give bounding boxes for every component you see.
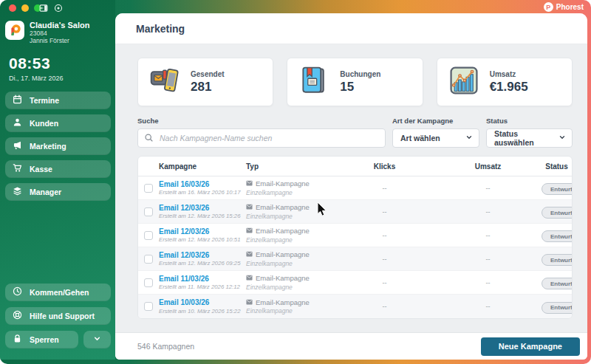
sidebar-expand-button[interactable] <box>83 331 111 348</box>
col-umsatz: Umsatz <box>434 162 542 171</box>
sidebar-item-label: Sperren <box>30 335 59 344</box>
salon-info[interactable]: Claudia's Salon 23084 Jannis Förster <box>5 21 111 44</box>
table-row: Email 12/03/26Erstellt am 12. März 2026 … <box>138 247 572 271</box>
col-typ: Typ <box>246 162 335 171</box>
status-badge: Entwurf <box>542 254 573 266</box>
row-checkbox[interactable] <box>144 302 153 311</box>
table-row: Email 12/03/26Erstellt am 12. März 2026 … <box>138 200 572 224</box>
sidebar-item-label: Kunden <box>30 119 58 128</box>
sidebar-item-kunden[interactable]: Kunden <box>5 114 111 132</box>
book-icon <box>298 64 330 100</box>
search-input[interactable] <box>137 128 386 148</box>
campaign-link[interactable]: Email 10/03/26 <box>159 298 246 306</box>
campaign-link[interactable]: Email 11/03/26 <box>159 275 246 283</box>
clicks-value: -- <box>335 279 434 286</box>
envelope-icon <box>246 250 253 258</box>
status-badge: Entwurf <box>542 278 573 289</box>
sidebar-item-hilfe-support[interactable]: Hilfe und Support <box>5 307 111 325</box>
page-header: Marketing <box>115 13 587 44</box>
life-ring-icon <box>13 309 22 323</box>
status-value: Status auswählen <box>494 129 558 147</box>
row-checkbox[interactable] <box>144 207 153 216</box>
calendar-icon <box>13 94 22 107</box>
sidebar-item-marketing[interactable]: Marketing <box>5 137 111 155</box>
campaign-type-select[interactable]: Art wählen <box>392 128 479 148</box>
campaign-created: Erstellt am 11. März 2026 12:12 <box>159 284 246 290</box>
salon-logo-icon <box>5 21 24 40</box>
row-checkbox[interactable] <box>144 255 153 264</box>
stat-label: Gesendet <box>191 70 225 78</box>
staff-name: Jannis Förster <box>30 37 89 44</box>
stat-card-buchungen: Buchungen 15 <box>287 58 423 106</box>
revenue-value: -- <box>434 255 542 263</box>
clicks-value: -- <box>335 232 434 239</box>
sync-icon[interactable] <box>54 2 63 16</box>
content-area: Gesendet 281 Buchungen 15 <box>115 44 587 332</box>
envelope-icon <box>246 179 253 188</box>
campaign-created: Erstellt am 16. März 2026 10:17 <box>159 189 246 196</box>
chart-icon <box>448 64 480 100</box>
sidebar-item-kasse[interactable]: Kasse <box>5 160 111 178</box>
campaign-type: Email-Kampagne <box>256 179 310 188</box>
campaign-created: Erstellt am 12. März 2026 10:51 <box>159 236 246 243</box>
lock-icon <box>13 333 22 346</box>
sidebar-item-manager[interactable]: Manager <box>5 183 111 201</box>
campaign-created: Erstellt am 12. März 2026 15:26 <box>159 213 246 219</box>
chevron-down-icon <box>558 134 566 142</box>
col-kampagne: Kampagne <box>159 162 246 171</box>
sidebar-item-termine[interactable]: Termine <box>5 92 111 109</box>
revenue-value: -- <box>434 232 542 239</box>
new-campaign-button[interactable]: Neue Kampagne <box>481 337 580 356</box>
table-row: Email 12/03/26Erstellt am 12. März 2026 … <box>138 224 572 247</box>
close-window-button[interactable] <box>9 4 16 12</box>
sidebar: Claudia's Salon 23084 Jannis Förster 08:… <box>0 0 115 360</box>
mail-phone-icon <box>148 64 181 100</box>
status-select[interactable]: Status auswählen <box>486 128 573 148</box>
table-row: Email 11/03/26Erstellt am 11. März 2026 … <box>138 271 572 295</box>
footer-bar: 546 Kampagnen Neue Kampagne <box>115 332 587 360</box>
phorest-logo-icon: P <box>544 2 553 12</box>
campaign-type: Email-Kampagne <box>256 203 310 211</box>
row-checkbox[interactable] <box>144 278 153 287</box>
layers-icon <box>13 185 22 199</box>
panel-toggle-icon[interactable] <box>39 2 48 16</box>
revenue-value: -- <box>434 208 542 216</box>
sidebar-item-label: Kasse <box>30 165 52 174</box>
revenue-value: -- <box>434 303 542 310</box>
campaign-link[interactable]: Email 12/03/26 <box>159 227 246 236</box>
row-checkbox[interactable] <box>144 184 153 193</box>
status-badge: Entwurf <box>542 183 573 195</box>
stat-label: Umsatz <box>490 70 528 78</box>
cart-icon <box>13 162 22 176</box>
sidebar-item-sperren[interactable]: Sperren <box>5 331 78 348</box>
clicks-value: -- <box>335 208 434 216</box>
chevron-down-icon <box>92 333 102 346</box>
campaign-type: Email-Kampagne <box>256 227 310 235</box>
salon-id: 23084 <box>30 30 89 37</box>
sidebar-bottom-nav: Kommen/Gehen Hilfe und Support Sperren <box>0 284 115 354</box>
envelope-icon <box>246 298 253 306</box>
search-label: Suche <box>137 117 386 125</box>
minimize-window-button[interactable] <box>21 4 29 12</box>
user-icon <box>13 117 22 130</box>
campaigns-table: Kampagne Typ Klicks Umsatz Status Email … <box>137 156 573 319</box>
campaign-type-value: Art wählen <box>400 134 440 142</box>
sidebar-item-label: Marketing <box>30 142 66 151</box>
campaign-link[interactable]: Email 12/03/26 <box>159 204 246 212</box>
brand-name: Phorest <box>556 3 584 11</box>
clock-time: 08:53 <box>9 55 115 72</box>
page-title: Marketing <box>136 23 185 35</box>
sidebar-item-label: Manager <box>30 188 61 196</box>
stat-label: Buchungen <box>340 70 380 78</box>
col-klicks: Klicks <box>335 162 434 171</box>
revenue-value: -- <box>434 185 542 192</box>
campaign-link[interactable]: Email 12/03/26 <box>159 251 246 259</box>
campaign-link[interactable]: Email 16/03/26 <box>159 180 246 188</box>
phorest-brand: P Phorest <box>544 2 584 12</box>
sidebar-item-kommen-gehen[interactable]: Kommen/Gehen <box>5 284 111 301</box>
row-checkbox[interactable] <box>144 231 153 240</box>
table-header-row: Kampagne Typ Klicks Umsatz Status <box>138 157 572 176</box>
stat-card-umsatz: Umsatz €1.965 <box>437 58 573 106</box>
campaign-subtype: Einzelkampagne <box>246 284 335 291</box>
sidebar-nav: Termine Kunden Marketing Kasse Manager <box>0 92 115 201</box>
